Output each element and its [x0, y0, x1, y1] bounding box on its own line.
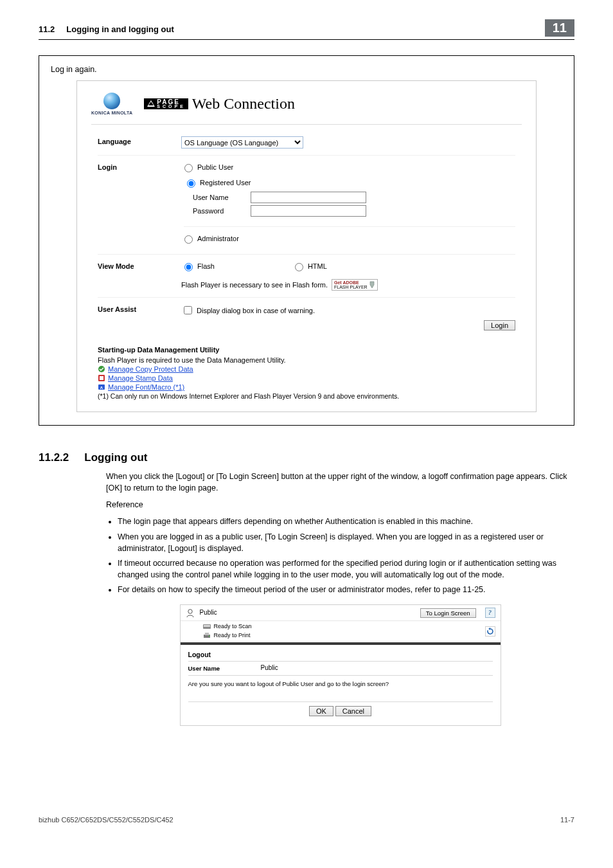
logout-confirm-text: Are you sure you want to logout of Publi…	[188, 680, 493, 689]
language-select[interactable]: OS Language (OS Language)	[181, 136, 303, 149]
registered-user-radio[interactable]	[187, 179, 195, 188]
ok-button[interactable]: OK	[309, 706, 333, 716]
stamp-icon	[98, 374, 105, 382]
konica-minolta-logo: KONICA MINOLTA	[91, 93, 132, 115]
bullet-2: When you are logged in as a public user,…	[118, 531, 574, 554]
login-label: Login	[98, 162, 181, 248]
svg-rect-2	[100, 376, 103, 380]
bullet-3: If timeout occurred because no operation…	[118, 557, 574, 581]
login-again-text: Log in again.	[51, 65, 562, 74]
bullet-4: For details on how to specify the timeou…	[118, 584, 574, 595]
flash-note: Flash Player is necessary to see in Flas…	[181, 281, 328, 289]
bullet-1: The login page that appears differs depe…	[118, 516, 574, 527]
user-assist-checkbox[interactable]	[184, 306, 192, 314]
refresh-icon	[486, 628, 494, 635]
adobe-icon	[369, 281, 375, 289]
scanner-icon	[202, 623, 211, 631]
subsection-number: 11.2.2	[39, 451, 69, 464]
ready-scan: Ready to Scan	[214, 622, 252, 631]
startup-footnote: (*1) Can only run on Windows Internet Ex…	[98, 392, 515, 400]
subsection-title: Logging out	[84, 451, 147, 464]
help-icon[interactable]: ?	[485, 608, 495, 618]
manage-stamp-link[interactable]: Manage Stamp Data	[108, 374, 173, 382]
startup-title: Starting-up Data Management Utility	[98, 346, 515, 354]
public-user-radio[interactable]	[184, 164, 193, 172]
user-assist-label: User Assist	[98, 304, 181, 330]
registered-user-label: Registered User	[200, 179, 251, 186]
public-user-label: Public User	[197, 163, 233, 171]
login-button[interactable]: Login	[484, 320, 515, 330]
pagescope-icon	[147, 100, 155, 107]
html-label: HTML	[308, 262, 327, 270]
adobe-get: Get ADOBE	[334, 280, 359, 285]
reference-label: Reference	[106, 499, 574, 511]
user-assist-text: Display dialog box in case of warning.	[197, 307, 315, 314]
svg-rect-7	[204, 625, 210, 627]
logout-confirmation-panel: Public To Login Screen ? Ready to Scan R…	[180, 604, 501, 726]
administrator-label: Administrator	[197, 235, 239, 242]
svg-rect-9	[205, 633, 209, 635]
logout-heading: Logout	[188, 650, 493, 660]
pagescope-logo: PAGESCOPE Web Connection	[144, 95, 295, 113]
section-number: 11.2	[39, 24, 55, 34]
user-icon	[186, 608, 195, 618]
administrator-radio[interactable]	[184, 235, 193, 244]
flash-radio[interactable]	[184, 263, 193, 271]
chapter-badge: 11	[545, 19, 574, 37]
public-label: Public	[200, 608, 217, 618]
intro-paragraph: When you click the [Logout] or [To Login…	[106, 471, 574, 494]
view-mode-label: View Mode	[98, 261, 181, 291]
footer-model: bizhub C652/C652DS/C552/C552DS/C452	[39, 816, 173, 824]
cancel-button[interactable]: Cancel	[335, 706, 371, 716]
to-login-screen-button[interactable]: To Login Screen	[420, 608, 476, 618]
logout-username-label: User Name	[188, 664, 259, 673]
copy-protect-icon	[98, 365, 105, 373]
flash-label: Flash	[197, 262, 215, 270]
footer-page: 11-7	[560, 816, 574, 824]
logout-username-value: Public	[259, 663, 375, 674]
startup-note: Flash Player is required to use the Data…	[98, 356, 515, 364]
html-radio[interactable]	[295, 263, 303, 271]
language-label: Language	[98, 136, 181, 149]
user-name-label: User Name	[193, 194, 251, 201]
web-connection-title: Web Connection	[192, 95, 295, 113]
globe-icon	[103, 93, 120, 109]
adobe-flash-badge[interactable]: Get ADOBEFLASH PLAYER	[332, 279, 378, 291]
konica-minolta-text: KONICA MINOLTA	[91, 111, 132, 115]
printer-icon	[202, 632, 211, 640]
svg-point-10	[208, 635, 209, 637]
manage-copy-protect-link[interactable]: Manage Copy Protect Data	[108, 365, 193, 373]
web-connection-panel: KONICA MINOLTA PAGESCOPE Web Connection …	[76, 80, 537, 412]
section-title: Logging in and logging out	[66, 24, 544, 34]
svg-text:A: A	[100, 386, 103, 390]
manage-font-macro-link[interactable]: Manage Font/Macro (*1)	[108, 383, 184, 391]
ready-print: Ready to Print	[214, 631, 251, 640]
password-label: Password	[193, 207, 251, 215]
brand-scope: SCOPE	[157, 105, 186, 109]
user-name-input[interactable]	[251, 192, 366, 203]
adobe-fp: FLASH PLAYER	[334, 285, 368, 289]
svg-point-5	[188, 609, 191, 613]
refresh-button[interactable]	[485, 626, 495, 637]
login-again-box: Log in again. KONICA MINOLTA PAGESCOPE W…	[39, 55, 574, 426]
font-macro-icon: A	[98, 383, 105, 391]
password-input[interactable]	[251, 205, 366, 217]
